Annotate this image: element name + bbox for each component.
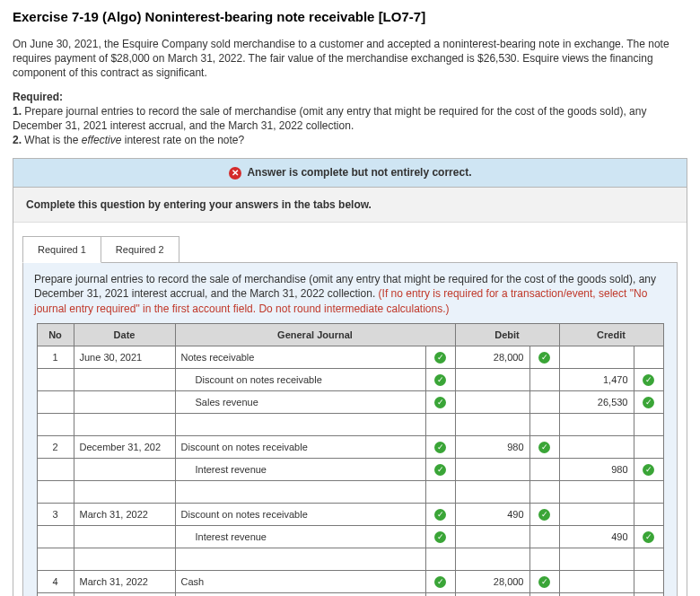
cell-credit[interactable] (559, 435, 634, 458)
cell-credit[interactable]: 490 (559, 525, 634, 548)
cell-account-mark: ✓ (425, 346, 455, 368)
table-row: 2December 31, 202Discount on notes recei… (37, 435, 663, 458)
header-no: No (37, 323, 74, 346)
header-date: Date (74, 323, 175, 346)
tab-required-2[interactable]: Required 2 (101, 236, 179, 263)
cell-debit[interactable]: 28,000 (455, 570, 529, 592)
cell-no: 3 (37, 503, 74, 525)
table-row: Notes receivable✓28,000✓ (37, 592, 663, 596)
cell-date[interactable]: March 31, 2022 (74, 503, 175, 525)
cell-credit[interactable]: 26,530 (559, 390, 634, 413)
cell-credit[interactable] (559, 503, 634, 525)
cell-debit[interactable] (455, 592, 529, 596)
cell-credit[interactable]: 28,000 (559, 592, 634, 596)
check-icon: ✓ (643, 531, 654, 543)
cell-account[interactable]: Discount on notes receivable (175, 435, 425, 458)
header-gj: General Journal (175, 323, 455, 346)
cell-no (37, 458, 74, 480)
cell-account-mark: ✓ (425, 435, 455, 458)
cell-no: 4 (37, 570, 74, 592)
cell-debit-mark: ✓ (529, 503, 559, 525)
cell-credit[interactable]: 1,470 (559, 368, 634, 390)
required-2-italic: effective (82, 134, 122, 146)
required-2-label: 2. (13, 134, 22, 146)
instruction-text: Complete this question by entering your … (13, 188, 687, 223)
table-row (37, 480, 663, 503)
check-icon: ✓ (538, 352, 550, 364)
cell-account[interactable]: Notes receivable (175, 346, 425, 368)
cell-credit[interactable] (559, 570, 634, 592)
check-icon: ✓ (643, 397, 654, 408)
cell-account-mark: ✓ (425, 592, 455, 596)
check-icon: ✓ (434, 397, 446, 408)
cell-account[interactable]: Discount on notes receivable (175, 503, 425, 525)
cell-debit-mark: ✓ (529, 346, 559, 368)
check-icon: ✓ (434, 442, 446, 453)
answer-panel: ✕ Answer is complete but not entirely co… (13, 158, 687, 596)
cell-credit-mark (634, 435, 663, 458)
header-debit: Debit (455, 323, 559, 346)
cell-account[interactable]: Notes receivable (175, 592, 425, 596)
check-icon: ✓ (434, 352, 446, 364)
cell-credit[interactable]: 980 (559, 458, 634, 480)
table-row (37, 548, 663, 570)
tab-required-1[interactable]: Required 1 (22, 236, 101, 263)
cell-account-mark: ✓ (425, 525, 455, 548)
check-icon: ✓ (434, 509, 446, 521)
cell-date[interactable] (74, 592, 175, 596)
cell-date[interactable] (74, 368, 175, 390)
page-title: Exercise 7-19 (Algo) Noninterest-bearing… (13, 9, 687, 24)
header-credit: Credit (559, 323, 663, 346)
table-row (37, 413, 663, 435)
cell-debit-mark (529, 592, 559, 596)
check-icon: ✓ (434, 531, 446, 543)
cell-credit-mark: ✓ (634, 525, 663, 548)
cell-debit-mark (529, 525, 559, 548)
prompt: Prepare journal entries to record the sa… (23, 263, 677, 323)
required-1-label: 1. (13, 105, 22, 118)
cell-debit[interactable] (455, 390, 529, 413)
check-icon: ✓ (643, 464, 654, 476)
cell-debit[interactable] (455, 368, 529, 390)
required-1-text: Prepare journal entries to record the sa… (13, 105, 646, 132)
cell-debit[interactable]: 490 (455, 503, 529, 525)
check-icon: ✓ (434, 374, 446, 386)
cell-credit-mark: ✓ (634, 592, 663, 596)
cell-credit-mark: ✓ (634, 368, 663, 390)
tab-body: Prepare journal entries to record the sa… (22, 262, 678, 596)
tab-row: Required 1 Required 2 (22, 235, 687, 262)
cell-account[interactable]: Sales revenue (175, 390, 425, 413)
cell-account-mark: ✓ (425, 458, 455, 480)
cell-debit[interactable]: 28,000 (455, 346, 529, 368)
cell-account[interactable]: Cash (175, 570, 425, 592)
cell-date[interactable] (74, 525, 175, 548)
cell-account-mark: ✓ (425, 503, 455, 525)
cell-no: 1 (37, 346, 74, 368)
cell-date[interactable]: March 31, 2022 (74, 570, 175, 592)
table-row: 3March 31, 2022Discount on notes receiva… (37, 503, 663, 525)
cell-account[interactable]: Interest revenue (175, 525, 425, 548)
cell-no (37, 368, 74, 390)
cell-debit-mark (529, 458, 559, 480)
required-2-text-a: What is the (24, 134, 81, 146)
cell-date[interactable] (74, 390, 175, 413)
cell-date[interactable] (74, 458, 175, 480)
status-text: Answer is complete but not entirely corr… (247, 166, 471, 179)
check-icon: ✓ (538, 576, 550, 588)
cell-credit[interactable] (559, 346, 634, 368)
cell-debit[interactable] (455, 525, 529, 548)
cell-debit[interactable]: 980 (455, 435, 529, 458)
table-row: 4March 31, 2022Cash✓28,000✓ (37, 570, 663, 592)
cell-account[interactable]: Interest revenue (175, 458, 425, 480)
check-icon: ✓ (643, 374, 654, 386)
cell-date[interactable]: December 31, 202 (74, 435, 175, 458)
cell-debit-mark (529, 390, 559, 413)
cell-date[interactable]: June 30, 2021 (74, 346, 175, 368)
cell-credit-mark (634, 570, 663, 592)
table-row: Interest revenue✓980✓ (37, 458, 663, 480)
cell-debit[interactable] (455, 458, 529, 480)
status-bar: ✕ Answer is complete but not entirely co… (13, 159, 687, 188)
cell-account[interactable]: Discount on notes receivable (175, 368, 425, 390)
required-heading: Required: (13, 91, 63, 103)
cell-account-mark: ✓ (425, 570, 455, 592)
